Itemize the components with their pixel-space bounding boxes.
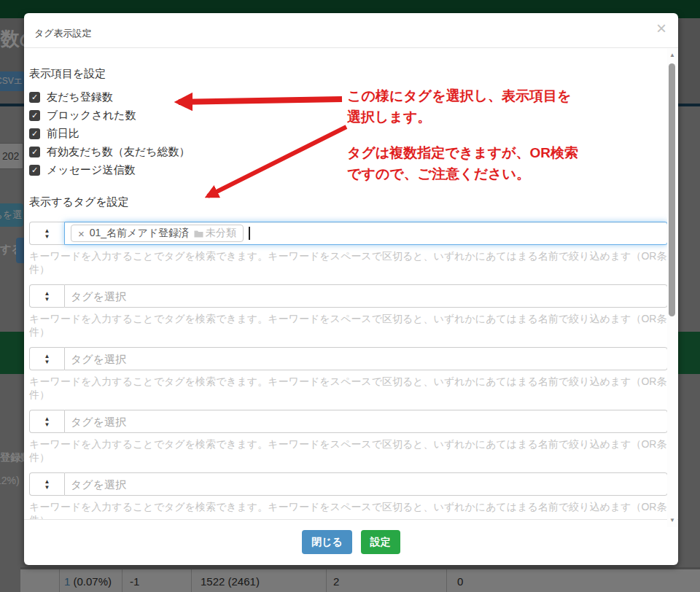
tag-search-helper-text: キーワードを入力することでタグを検索できます。キーワードをスペースで区切ると、い… [29, 500, 668, 519]
checkbox-label: ブロックされた数 [47, 109, 136, 122]
checkbox-checked-icon[interactable]: ✓ [29, 147, 40, 157]
submit-button[interactable]: 設定 [361, 530, 400, 554]
tag-select-input[interactable] [64, 472, 668, 496]
drag-sort-handle[interactable]: ▲▼ [29, 222, 64, 245]
tags-section-label: 表示するタグを設定 [29, 195, 668, 209]
sort-icon: ▲▼ [44, 479, 50, 490]
tag-selector-row-5: ▲▼ [29, 472, 668, 496]
tag-search-helper-text: キーワードを入力することでタグを検索できます。キーワードをスペースで区切ると、い… [29, 249, 668, 276]
checkbox-label: 友だち登録数 [47, 90, 113, 104]
tag-search-helper-text: キーワードを入力することでタグを検索できます。キーワードをスペースで区切ると、い… [29, 437, 668, 464]
tag-folder: 未分類 [194, 227, 236, 240]
tag-selector-row-2: ▲▼ [29, 284, 668, 308]
tag-select-input[interactable] [64, 284, 668, 308]
modal-body: 表示項目を設定 ✓ 友だち登録数 ✓ ブロックされた数 ✓ 前日比 ✓ 有効友だ… [24, 48, 678, 519]
tag-select-input[interactable]: × 01_名前メアド登録済 未分類 [64, 222, 668, 245]
checkbox-label: 前日比 [47, 127, 79, 141]
modal-scrollbar[interactable]: ▲ ▼ [667, 49, 677, 527]
checkbox-label: 有効友だち数（友だち総数） [47, 145, 190, 159]
folder-icon [194, 230, 203, 238]
tag-selector-row-3: ▲▼ [29, 347, 668, 370]
tag-search-helper-text: キーワードを入力することでタグを検索できます。キーワードをスペースで区切ると、い… [29, 312, 668, 338]
tag-selector-row-1: ▲▼ × 01_名前メアド登録済 未分類 [29, 222, 668, 245]
close-button[interactable]: 閉じる [302, 530, 352, 554]
checkbox-checked-icon[interactable]: ✓ [29, 128, 40, 139]
checkbox-row[interactable]: ✓ 友だち登録数 [29, 88, 668, 106]
tag-search-helper-text: キーワードを入力することでタグを検索できます。キーワードをスペースで区切ると、い… [29, 375, 668, 401]
tag-select-field[interactable] [71, 353, 661, 365]
sort-icon: ▲▼ [44, 228, 50, 239]
sort-icon: ▲▼ [44, 354, 50, 365]
tag-select-input[interactable] [64, 410, 668, 433]
modal-header: タグ表示設定 × [24, 13, 678, 48]
selected-tag-chip: × 01_名前メアド登録済 未分類 [71, 225, 244, 242]
drag-sort-handle[interactable]: ▲▼ [29, 347, 64, 370]
sort-icon: ▲▼ [44, 416, 50, 427]
tag-display-settings-modal: タグ表示設定 × 表示項目を設定 ✓ 友だち登録数 ✓ ブロックされた数 ✓ 前… [24, 13, 678, 565]
checkbox-checked-icon[interactable]: ✓ [29, 165, 40, 176]
remove-tag-icon[interactable]: × [78, 228, 85, 239]
drag-sort-handle[interactable]: ▲▼ [29, 284, 64, 308]
scroll-down-icon[interactable]: ▼ [667, 515, 677, 526]
tag-folder-label: 未分類 [206, 227, 236, 240]
drag-sort-handle[interactable]: ▲▼ [29, 410, 64, 433]
tag-select-input[interactable] [64, 347, 668, 370]
tag-selector-row-4: ▲▼ [29, 410, 668, 433]
checkbox-row[interactable]: ✓ メッセージ送信数 [29, 161, 668, 179]
checkbox-checked-icon[interactable]: ✓ [29, 110, 40, 121]
text-cursor [249, 227, 250, 240]
modal-title: タグ表示設定 [34, 28, 92, 39]
items-section-label: 表示項目を設定 [29, 67, 668, 81]
sort-icon: ▲▼ [44, 291, 50, 302]
checkbox-row[interactable]: ✓ 有効友だち数（友だち総数） [29, 143, 668, 161]
close-icon[interactable]: × [656, 20, 666, 37]
tag-select-field[interactable] [71, 290, 661, 303]
tag-select-field[interactable] [71, 478, 661, 491]
checkbox-checked-icon[interactable]: ✓ [29, 92, 40, 103]
drag-sort-handle[interactable]: ▲▼ [29, 472, 64, 496]
tag-name: 01_名前メアド登録済 [90, 227, 189, 240]
scrollbar-thumb[interactable] [669, 63, 675, 316]
checkbox-row[interactable]: ✓ ブロックされた数 [29, 106, 668, 125]
tag-select-field[interactable] [71, 416, 661, 428]
checkbox-label: メッセージ送信数 [47, 163, 135, 177]
modal-footer: 閉じる 設定 [24, 519, 678, 565]
checkbox-row[interactable]: ✓ 前日比 [29, 125, 668, 143]
scroll-up-icon[interactable]: ▲ [667, 50, 677, 61]
